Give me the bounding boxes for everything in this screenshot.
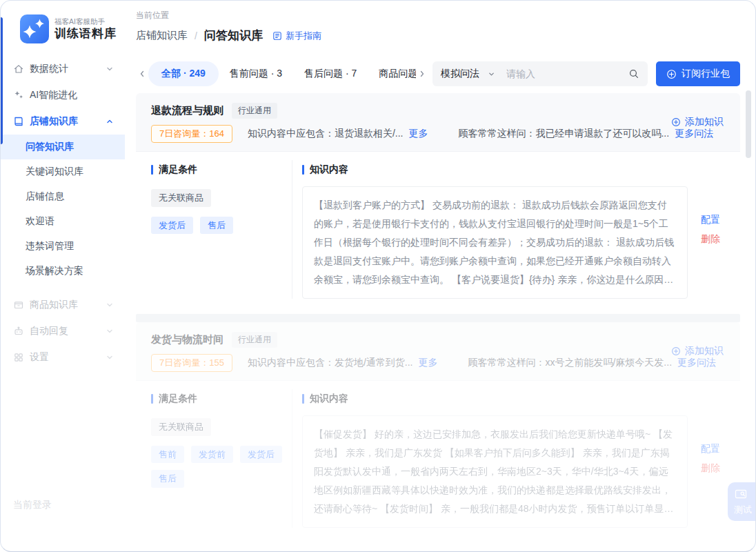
add-knowledge-button[interactable]: 添加知识 (671, 345, 724, 357)
search-input[interactable] (506, 68, 628, 79)
more-link[interactable]: 更多 (408, 128, 428, 140)
knowledge-content-box: 【催促发货】 好的亲，这边已安排加急，衣服发出后我们给您更新快递单号哦~ 【发货… (302, 415, 688, 528)
delete-button[interactable]: 删除 (701, 462, 720, 475)
sidebar-item-data-stats[interactable]: 数据统计 (1, 56, 125, 82)
card-header: 发货与物流时间 行业通用 7日咨询量：155 知识内容中应包含：发货地/通常到货… (136, 322, 740, 380)
scrollbar-thumb[interactable] (746, 90, 751, 158)
card-title: 退款流程与规则 (151, 104, 223, 117)
page-title: 问答知识库 (204, 28, 263, 43)
scope-tag: 行业通用 (232, 103, 277, 119)
sidebar-item-settings[interactable]: 设置 (1, 344, 125, 371)
search-icon[interactable] (628, 68, 639, 79)
search-filter-group: 模拟问法 (432, 61, 648, 86)
product-relation-tag: 无关联商品 (151, 189, 211, 207)
sidebar-subitem-scene-solutions[interactable]: 场景解决方案 (1, 259, 125, 284)
consult-volume-badge: 7日咨询量：155 (151, 354, 232, 372)
knowledge-column: 知识内容 【催促发货】 好的亲，这边已安排加急，衣服发出后我们给您更新快递单号哦… (292, 389, 688, 528)
stage-tag: 售后 (200, 217, 233, 235)
section-bar (151, 394, 153, 404)
tab-presale-questions[interactable]: 售前问题 · 3 (219, 61, 293, 86)
stage-tags: 售前 发货前 发货后 售后 (151, 446, 282, 488)
sparkle-icon (13, 90, 24, 101)
knowledge-column: 知识内容 【退款到客户账户的方式】 交易成功前的退款： 退款成功后钱款会原路返回… (292, 160, 688, 299)
knowledge-content-text: 【退款到客户账户的方式】 交易成功前的退款： 退款成功后钱款会原路返回您支付的账… (314, 196, 676, 289)
stage-tags: 发货后 售后 (151, 217, 282, 235)
chevron-down-icon[interactable] (488, 70, 495, 78)
sidebar-item-product-knowledge[interactable]: 商品知识库 (1, 292, 125, 318)
location-label: 当前位置 (136, 10, 755, 21)
tab-product-questions[interactable]: 商品问题 (368, 61, 416, 86)
topbar: 当前位置 店铺知识库 / 问答知识库 新手指南 (125, 1, 755, 55)
tab-all[interactable]: 全部 · 249 (148, 61, 219, 86)
card-gap (136, 314, 740, 322)
add-knowledge-button[interactable]: 添加知识 (671, 116, 724, 128)
customer-ask-summary: 顾客常常这样问：我已经申请退款了还可以改吗... (458, 128, 669, 140)
consult-volume-badge: 7日咨询量：164 (151, 125, 232, 143)
more-questions-link[interactable]: 更多问法 (677, 357, 716, 369)
product-name: 训练语料库 (54, 26, 117, 41)
app-window: 福客AI客服助手 训练语料库 数据统计 AI智能进化 (0, 0, 756, 552)
knowledge-card-shipping: 发货与物流时间 行业通用 7日咨询量：155 知识内容中应包含：发货地/通常到货… (136, 322, 740, 543)
current-login-label: 当前登录 (13, 499, 52, 511)
app-logo-icon (20, 14, 49, 43)
condition-section-title: 满足条件 (151, 389, 292, 408)
card-actions: 配置 删除 (688, 160, 733, 299)
newbie-guide-link[interactable]: 新手指南 (272, 30, 321, 42)
sidebar-subitem-qa-knowledge[interactable]: 问答知识库 (1, 135, 125, 159)
stage-tag: 发货后 (151, 217, 193, 235)
content-area: 全部 · 249 售前问题 · 3 售后问题 · 7 商品问题 模拟问法 (125, 55, 755, 551)
book-icon (13, 116, 24, 127)
box-icon (13, 299, 24, 310)
stage-tag: 售后 (151, 470, 184, 488)
breadcrumb-parent[interactable]: 店铺知识库 (136, 29, 188, 42)
toolbar: 全部 · 249 售前问题 · 3 售后问题 · 7 商品问题 模拟问法 (136, 60, 740, 88)
card-title: 发货与物流时间 (151, 333, 223, 346)
sidebar-subitem-banned-words[interactable]: 违禁词管理 (1, 234, 125, 259)
tab-aftersale-questions[interactable]: 售后问题 · 7 (293, 61, 368, 86)
sidebar-subitem-keyword-knowledge[interactable]: 关键词知识库 (1, 159, 125, 184)
edge-accent-bar (1, 17, 3, 144)
tab-scroll-right-icon[interactable] (416, 70, 428, 78)
sidebar-item-shop-knowledge[interactable]: 店铺知识库 (1, 108, 125, 135)
chevron-down-icon (106, 353, 114, 362)
test-float-button[interactable]: 测试 (728, 482, 756, 521)
plus-circle-icon (671, 346, 681, 356)
knowledge-content-box: 【退款到客户账户的方式】 交易成功前的退款： 退款成功后钱款会原路返回您支付的账… (302, 186, 688, 299)
condition-column: 满足条件 无关联商品 发货后 售后 (151, 160, 292, 299)
knowledge-content-text: 【催促发货】 好的亲，这边已安排加急，衣服发出后我们给您更新快递单号哦~ 【发货… (314, 425, 676, 518)
search-type-dropdown[interactable]: 模拟问法 (441, 68, 479, 80)
configure-button[interactable]: 配置 (701, 443, 720, 455)
sidebar: 福客AI客服助手 训练语料库 数据统计 AI智能进化 (1, 1, 125, 551)
scrollbar (746, 90, 751, 504)
screen-search-icon (734, 488, 748, 502)
chevron-down-icon (106, 327, 114, 335)
sidebar-subitem-welcome-message[interactable]: 欢迎语 (1, 209, 125, 234)
condition-column: 满足条件 无关联商品 售前 发货前 发货后 售后 (151, 389, 292, 528)
chevron-down-icon (106, 65, 114, 73)
include-summary: 知识内容中应包含：退货退款相关/... (248, 128, 404, 140)
chevron-down-icon (106, 301, 114, 309)
delete-button[interactable]: 删除 (701, 233, 720, 246)
section-bar (302, 394, 304, 404)
section-bar (302, 165, 304, 175)
sidebar-item-auto-reply[interactable]: 自动回复 (1, 318, 125, 344)
plus-circle-icon (666, 69, 677, 79)
robot-icon (13, 326, 24, 337)
grid-icon (13, 352, 24, 363)
plus-circle-icon (671, 117, 681, 127)
customer-ask-summary: 顾客常常这样问：xx号之前能发吗/麻烦今天发... (468, 357, 672, 369)
more-questions-link[interactable]: 更多问法 (675, 128, 713, 140)
subscribe-industry-pack-button[interactable]: 订阅行业包 (656, 61, 740, 86)
configure-button[interactable]: 配置 (701, 214, 720, 226)
sidebar-item-ai-evolution[interactable]: AI智能进化 (1, 82, 125, 108)
stage-tag: 售前 (151, 446, 184, 464)
product-relation-tag: 无关联商品 (151, 418, 211, 436)
breadcrumb-separator: / (195, 30, 197, 41)
card-body: 满足条件 无关联商品 售前 发货前 发货后 售后 知识内容 (136, 380, 740, 543)
more-link[interactable]: 更多 (418, 357, 437, 369)
scope-tag: 行业通用 (232, 332, 277, 348)
breadcrumb: 店铺知识库 / 问答知识库 新手指南 (136, 28, 755, 43)
sidebar-subitem-shop-info[interactable]: 店铺信息 (1, 184, 125, 209)
card-body: 满足条件 无关联商品 发货后 售后 知识内容 (136, 151, 740, 314)
tab-scroll-left-icon[interactable] (136, 70, 148, 78)
